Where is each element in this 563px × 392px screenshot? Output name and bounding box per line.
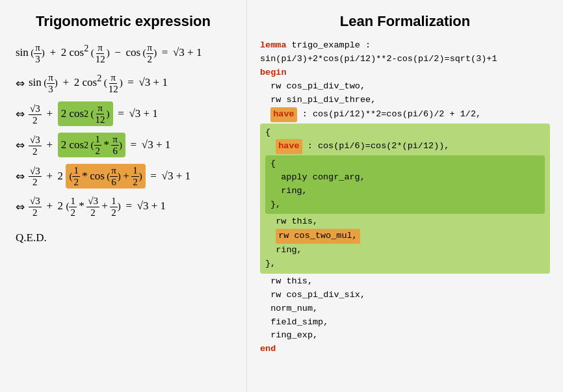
right-panel: Lean Formalization lemma trigo_example :…	[247, 0, 563, 392]
code-line-4: rw cos_pi_div_two,	[260, 80, 550, 94]
math-line-4: ⇔ √32 + 2 cos2 (12 * π6) = √3 + 1	[16, 133, 231, 157]
math-line-1: sin (π3) + 2 cos2 (π12) − cos (π2) = √3 …	[16, 42, 231, 65]
math-expr-1: sin (π3) + 2 cos2 (π12) − cos (π2) = √3 …	[16, 42, 202, 64]
right-title: Lean Formalization	[260, 13, 550, 30]
left-panel: Trigonometric expression sin (π3) + 2 co…	[0, 0, 247, 392]
highlight-cos2-green: 2 cos2 (π12)	[58, 101, 113, 126]
math-line-3: ⇔ √32 + 2 cos2 (π12) = √3 + 1	[16, 101, 231, 126]
code-line-ring1: ring,	[270, 185, 540, 198]
iff-6: ⇔	[16, 200, 25, 214]
code-line-rw-this1: rw this,	[265, 215, 545, 229]
have-orange-inner: have	[276, 139, 302, 154]
code-line-norm: norm_num,	[260, 302, 550, 316]
math-expr-3: √32 + 2 cos2 (π12) = √3 + 1	[29, 101, 158, 126]
iff-2: ⇔	[16, 77, 25, 90]
qed: Q.E.D.	[16, 231, 231, 244]
left-title: Trigonometric expression	[16, 13, 231, 30]
code-line-brace3: },	[265, 257, 545, 271]
code-line-field: field_simp,	[260, 316, 550, 330]
code-line-ibrace2: },	[270, 198, 540, 212]
iff-3: ⇔	[16, 107, 25, 121]
code-line-have1: have : cos(pi/12)**2=cos(pi/6)/2 + 1/2,	[260, 107, 550, 122]
code-line-5: rw sin_pi_div_three,	[260, 94, 550, 107]
math-expr-5: √32 + 2 (12 * cos (π6) + 12) = √3 + 1	[29, 164, 190, 189]
code-line-rw-six: rw cos_pi_div_six,	[260, 289, 550, 302]
iff-5: ⇔	[16, 170, 25, 183]
code-line-3: begin	[260, 66, 550, 80]
have-orange-highlight: have	[270, 107, 296, 122]
highlight-cos2b-green: 2 cos2 (12 * π6)	[58, 133, 125, 157]
code-line-ring-exp: ring_exp,	[260, 329, 550, 343]
code-line-end: end	[260, 343, 550, 356]
math-expr-2: sin (π3) + 2 cos2 (π12) = √3 + 1	[29, 72, 168, 94]
math-line-5: ⇔ √32 + 2 (12 * cos (π6) + 12) = √3 + 1	[16, 164, 231, 189]
highlight-orange: (12 * cos (π6) + 12)	[66, 164, 145, 189]
math-line-2: ⇔ sin (π3) + 2 cos2 (π12) = √3 + 1	[16, 72, 231, 95]
code-line-apply: apply congr_arg,	[270, 171, 540, 185]
green-block: { have : cos(pi/6)=cos(2*(pi/12)), { app…	[260, 124, 550, 274]
rw-cos-orange: rw cos_two_mul,	[276, 229, 360, 244]
code-line-rw-cos: rw cos_two_mul,	[265, 229, 545, 244]
code-line-rw-this2: rw this,	[260, 275, 550, 289]
inner-green-block: { apply congr_arg, ring, },	[265, 155, 545, 214]
math-expr-6: √32 + 2 (12 * √32 + 12) = √3 + 1	[29, 196, 166, 218]
code-line-have2: have : cos(pi/6)=cos(2*(pi/12)),	[265, 139, 545, 154]
math-line-6: ⇔ √32 + 2 (12 * √32 + 12) = √3 + 1	[16, 195, 231, 218]
code-line-ibrace: {	[270, 157, 540, 171]
math-expr-4: √32 + 2 cos2 (12 * π6) = √3 + 1	[29, 133, 170, 157]
iff-4: ⇔	[16, 138, 25, 152]
main-container: Trigonometric expression sin (π3) + 2 co…	[0, 0, 563, 392]
code-line-brace1: {	[265, 126, 545, 140]
code-block: lemma trigo_example : sin(pi/3)+2*cos(pi…	[260, 39, 550, 356]
code-line-ring2: ring,	[265, 244, 545, 257]
code-line-1: lemma trigo_example :	[260, 39, 550, 53]
code-line-2: sin(pi/3)+2*cos(pi/12)**2-cos(pi/2)=sqrt…	[260, 53, 550, 66]
